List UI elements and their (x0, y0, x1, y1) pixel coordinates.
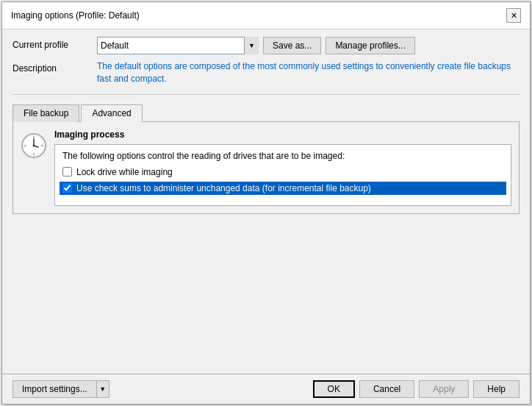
profile-row: Current profile Default ▼ Save as... Man… (12, 37, 520, 54)
dialog-footer: Import settings... ▼ OK Cancel Apply Hel… (2, 374, 530, 404)
clock-icon (21, 129, 47, 206)
profile-label: Current profile (12, 37, 90, 50)
cancel-button[interactable]: Cancel (359, 380, 414, 398)
imaging-group-box: The following options control the readin… (54, 144, 511, 206)
apply-button[interactable]: Apply (419, 380, 469, 398)
tabs-container: File backup Advanced (12, 104, 520, 214)
close-button[interactable]: ✕ (506, 8, 521, 23)
import-settings-button[interactable]: Import settings... (12, 380, 96, 398)
tab-file-backup[interactable]: File backup (12, 104, 79, 122)
description-text: The default options are composed of the … (97, 60, 520, 85)
manage-profiles-button[interactable]: Manage profiles... (326, 37, 414, 54)
dialog-title: Imaging options (Profile: Default) (11, 10, 140, 21)
imaging-section: Imaging process The following options co… (54, 129, 511, 206)
svg-point-8 (33, 144, 35, 146)
profile-control-area: Default ▼ Save as... Manage profiles... (97, 37, 520, 54)
dialog-window: Imaging options (Profile: Default) ✕ Cur… (1, 1, 531, 405)
divider (12, 94, 520, 95)
help-button[interactable]: Help (473, 380, 520, 398)
import-btn-group: Import settings... ▼ (12, 380, 109, 398)
imaging-section-title: Imaging process (54, 129, 511, 140)
profile-select-wrapper[interactable]: Default ▼ (97, 37, 259, 54)
lock-drive-checkbox[interactable] (62, 167, 72, 177)
check-sums-label: Use check sums to administer unchanged d… (76, 183, 371, 193)
check-sums-checkbox[interactable] (62, 183, 72, 193)
footer-buttons: OK Cancel Apply Help (313, 380, 520, 398)
profile-select[interactable]: Default (97, 37, 259, 54)
ok-button[interactable]: OK (313, 380, 355, 398)
import-dropdown-icon[interactable]: ▼ (96, 380, 109, 398)
save-as-button[interactable]: Save as... (263, 37, 321, 54)
tab-content-advanced: Imaging process The following options co… (12, 122, 520, 214)
tab-advanced[interactable]: Advanced (81, 104, 142, 122)
tab-bar: File backup Advanced (12, 104, 520, 122)
lock-drive-row: Lock drive while imaging (62, 167, 503, 177)
check-sums-row: Use check sums to administer unchanged d… (60, 182, 506, 195)
description-label: Description (12, 60, 90, 74)
lock-drive-label: Lock drive while imaging (76, 167, 173, 177)
title-bar: Imaging options (Profile: Default) ✕ (2, 2, 530, 29)
imaging-description: The following options control the readin… (62, 151, 503, 161)
description-row: Description The default options are comp… (12, 60, 520, 85)
dialog-body: Current profile Default ▼ Save as... Man… (2, 29, 530, 374)
